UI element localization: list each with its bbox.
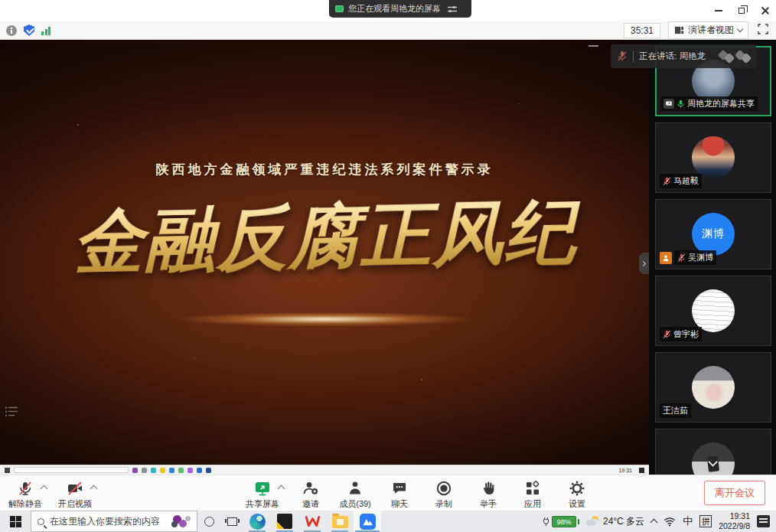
screen-share-green-icon: [335, 5, 344, 12]
shared-video-frame: 陕西地方金融领域严重违纪违法系列案件警示录 金融反腐正风纪: [0, 40, 649, 465]
chat-button[interactable]: 聊天: [380, 477, 419, 510]
apps-grid-icon: [524, 480, 541, 497]
windows-taskbar: 在这里输入你要搜索的内容 98% 24°C 多云: [0, 511, 776, 532]
sidebar-collapse-handle[interactable]: [639, 253, 649, 274]
wifi-icon[interactable]: [664, 517, 676, 527]
close-icon[interactable]: [753, 0, 776, 21]
light-flare: [118, 309, 531, 329]
participant-name: 周艳龙的屏幕共享: [687, 98, 755, 109]
taskbar-app-edge[interactable]: [243, 511, 271, 532]
cortana-icon: [204, 517, 214, 527]
taskbar-app-files[interactable]: [326, 511, 354, 532]
camera-off-icon: [67, 480, 83, 497]
meeting-app-icon: [360, 514, 376, 530]
restore-icon[interactable]: [730, 0, 753, 21]
screen-share-icon: [664, 99, 674, 109]
folder-icon: [332, 516, 348, 528]
invite-button[interactable]: 邀请: [292, 477, 330, 510]
overlay-minimize-dash-icon[interactable]: [589, 45, 598, 47]
mic-muted-icon: [663, 330, 671, 339]
mic-on-icon: [677, 100, 685, 109]
chevron-right-icon: [641, 260, 646, 266]
participant-name: 马超毅: [673, 175, 699, 187]
chevron-down-icon: [737, 26, 743, 32]
task-view-icon: [227, 517, 237, 526]
presenter-app-icon: [178, 468, 184, 473]
now-speaking-label: 正在讲话: 周艳龙: [639, 51, 706, 62]
raise-hand-icon: [480, 480, 497, 497]
presenter-app-icon: [187, 468, 193, 473]
presenter-tray-icon: [639, 468, 644, 473]
leave-meeting-button[interactable]: 离开会议: [704, 481, 765, 505]
raise-hand-button[interactable]: 举手: [469, 477, 507, 510]
power-plug-icon: [542, 517, 550, 527]
video-title: 金融反腐正风纪: [0, 183, 649, 292]
taskbar-app-dark[interactable]: [271, 511, 298, 532]
presenter-app-icon: [142, 468, 147, 473]
share-screen-button[interactable]: 共享屏幕: [243, 477, 282, 510]
unmute-button[interactable]: 解除静音: [6, 477, 44, 510]
playlist-icon[interactable]: [5, 406, 18, 420]
scroll-down-icon[interactable]: [706, 458, 719, 468]
action-center-icon[interactable]: [757, 515, 770, 527]
banner-options-icon[interactable]: [447, 2, 458, 16]
participant-tile[interactable]: 马超毅: [655, 122, 771, 193]
presenter-clock: 19:31: [618, 468, 632, 473]
apps-button[interactable]: 应用: [514, 477, 552, 510]
mic-muted-icon: [663, 177, 671, 186]
tray-overflow-chevron-icon[interactable]: [650, 519, 658, 527]
share-screen-icon: [254, 480, 271, 497]
participants-sidebar: 周艳龙的屏幕共享 马超毅 渊博: [649, 40, 776, 475]
participant-name: 王洁茹: [663, 405, 688, 416]
search-icon: [37, 518, 44, 525]
avatar: [692, 366, 735, 409]
presenter-app-icon: [169, 468, 174, 473]
window-titlebar: 您正在观看周艳龙的屏幕: [0, 0, 776, 21]
minimize-icon[interactable]: [707, 0, 730, 21]
video-subtitle: 陕西地方金融领域严重违纪违法系列案件警示录: [0, 161, 649, 178]
meeting-info-icon[interactable]: [6, 25, 17, 36]
meeting-toolbar: 解除静音 开启视频 共享屏幕 邀: [0, 475, 776, 511]
taskbar-app-wps[interactable]: [298, 511, 326, 532]
network-signal-icon[interactable]: [41, 26, 51, 35]
cortana-button[interactable]: [197, 517, 220, 527]
presenter-app-icon: [197, 468, 202, 473]
battery-indicator[interactable]: 98%: [542, 516, 579, 527]
security-shield-icon[interactable]: [24, 24, 34, 36]
members-icon: [347, 480, 364, 497]
taskbar-search-input[interactable]: 在这里输入你要搜索的内容: [31, 511, 197, 532]
start-button[interactable]: [0, 511, 31, 532]
view-mode-selector[interactable]: 演讲者视图: [668, 21, 748, 39]
start-video-button[interactable]: 开启视频: [56, 477, 94, 510]
presenter-app-icon: [132, 468, 138, 473]
avatar: [692, 289, 735, 332]
watching-screen-banner[interactable]: 您正在观看周艳龙的屏幕: [329, 0, 471, 18]
record-button[interactable]: 录制: [425, 477, 463, 510]
taskbar-app-meeting[interactable]: [354, 511, 381, 532]
chat-icon: [391, 480, 408, 497]
now-speaking-overlay[interactable]: 正在讲话: 周艳龙: [611, 44, 756, 68]
members-button[interactable]: 成员(39): [336, 477, 374, 510]
audio-wave-icon: [719, 51, 750, 62]
meeting-app-window: 您正在观看周艳龙的屏幕 35:31 演讲者视图: [0, 0, 776, 532]
avatar-initials: 渊博: [702, 227, 725, 241]
fullscreen-icon[interactable]: [756, 22, 770, 39]
partly-cloudy-icon: [586, 516, 600, 527]
participant-tile[interactable]: 曾宇彬: [655, 276, 771, 346]
battery-percent: 98%: [552, 516, 576, 527]
search-placeholder: 在这里输入你要搜索的内容: [50, 515, 160, 528]
task-view-button[interactable]: [220, 517, 243, 526]
presenter-app-icon: [151, 468, 156, 473]
ime-mode-button[interactable]: 拼: [699, 515, 712, 527]
participant-tile[interactable]: 王洁茹: [655, 352, 771, 423]
ime-language-button[interactable]: 中: [683, 514, 693, 528]
mic-muted-icon: [677, 253, 686, 263]
taskbar-clock[interactable]: 19:31 2022/9/8: [719, 511, 750, 531]
record-icon: [435, 480, 452, 497]
settings-button[interactable]: 设置: [558, 477, 596, 510]
clock-time: 19:31: [719, 511, 750, 521]
weather-widget[interactable]: 24°C 多云: [586, 515, 644, 528]
main-area: 陕西地方金融领域严重违纪违法系列案件警示录 金融反腐正风纪: [0, 40, 776, 475]
participant-tile[interactable]: 渊博 吴渊博: [655, 199, 771, 269]
participant-name: 吴渊博: [688, 252, 713, 263]
